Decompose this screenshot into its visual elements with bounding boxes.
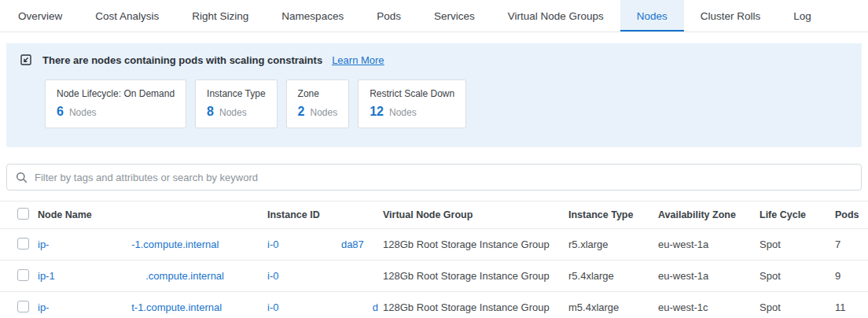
tab-nodes[interactable]: Nodes [620,0,684,31]
header-pods: Pods [835,209,868,220]
node-name-link[interactable]: ip- -1.compute.internal [38,238,267,250]
instance-id-link[interactable]: i-0 [267,270,383,282]
card-node-lifecycle[interactable]: Node Lifecycle: On Demand 6 Nodes [45,80,186,128]
instance-id-link[interactable]: i-0 d [267,301,383,313]
node-name-link[interactable]: ip-1 .compute.internal [38,270,267,282]
table-header-row: Node Name Instance ID Virtual Node Group… [0,201,868,229]
row-checkbox[interactable] [17,301,29,312]
life-cycle-cell: Spot [760,238,835,250]
learn-more-link[interactable]: Learn More [332,54,384,66]
pods-cell: 11 [835,301,868,313]
card-unit: Nodes [69,107,97,118]
card-zone[interactable]: Zone 2 Nodes [286,80,350,128]
table-row: ip-1 .compute.internal i-0 128Gb Root St… [0,261,868,292]
card-title: Zone [298,88,338,99]
card-title: Restrict Scale Down [370,88,454,99]
constraint-cards: Node Lifecycle: On Demand 6 Nodes Instan… [45,80,849,128]
card-title: Instance Type [207,88,266,99]
card-value: 6 [57,105,64,119]
alert-message: There are nodes containing pods with sca… [42,54,322,66]
header-virtual-node-group: Virtual Node Group [383,209,568,220]
table-row: ip- t-1.compute.internal i-0 d 128Gb Roo… [0,292,868,318]
header-availability-zone: Availability Zone [658,209,760,220]
filter-bar [6,164,862,190]
search-input[interactable] [35,172,852,183]
tab-cost-analysis[interactable]: Cost Analysis [79,0,175,31]
row-checkbox[interactable] [17,269,29,281]
vng-cell: 128Gb Root Storage Instance Group [383,301,568,313]
header-life-cycle: Life Cycle [760,209,835,220]
card-title: Node Lifecycle: On Demand [57,88,175,99]
table-row: ip- -1.compute.internal i-0 da87 128Gb R… [0,229,868,261]
card-unit: Nodes [389,107,417,118]
card-value: 12 [370,105,384,119]
availability-zone-cell: eu-west-1a [658,238,760,250]
availability-zone-cell: eu-west-1a [658,270,760,282]
life-cycle-cell: Spot [760,301,835,313]
cluster-tab-bar: Overview Cost Analysis Right Sizing Name… [0,0,868,32]
header-instance-id: Instance ID [267,209,383,220]
alert-line: There are nodes containing pods with sca… [19,53,849,67]
tab-right-sizing[interactable]: Right Sizing [175,0,265,31]
card-instance-type[interactable]: Instance Type 8 Nodes [195,80,278,128]
life-cycle-cell: Spot [760,270,835,282]
tab-virtual-node-groups[interactable]: Virtual Node Groups [491,0,620,31]
tab-cluster-rolls[interactable]: Cluster Rolls [684,0,778,31]
instance-type-cell: m5.4xlarge [568,301,658,313]
availability-zone-cell: eu-west-1c [658,301,760,313]
scaling-constraints-panel: There are nodes containing pods with sca… [6,43,862,147]
select-all-checkbox[interactable] [17,208,29,220]
scaling-constraint-icon [19,53,33,67]
card-value: 8 [207,105,214,119]
card-restrict-scale-down[interactable]: Restrict Scale Down 12 Nodes [358,80,466,128]
card-value: 2 [298,105,305,119]
tab-services[interactable]: Services [417,0,491,31]
instance-type-cell: r5.xlarge [568,238,658,250]
card-unit: Nodes [310,107,337,118]
pods-cell: 9 [835,270,868,282]
vng-cell: 128Gb Root Storage Instance Group [383,270,568,282]
nodes-table: Node Name Instance ID Virtual Node Group… [0,201,868,318]
tab-log[interactable]: Log [777,0,828,31]
search-icon [16,172,28,183]
instance-type-cell: r5.4xlarge [568,270,658,282]
row-checkbox[interactable] [17,238,29,250]
card-unit: Nodes [219,107,247,118]
tab-overview[interactable]: Overview [2,0,79,31]
header-node-name: Node Name [38,209,267,220]
node-name-link[interactable]: ip- t-1.compute.internal [38,301,267,313]
tab-namespaces[interactable]: Namespaces [265,0,360,31]
pods-cell: 7 [835,238,868,250]
vng-cell: 128Gb Root Storage Instance Group [383,238,568,250]
header-instance-type: Instance Type [568,209,658,220]
instance-id-link[interactable]: i-0 da87 [267,238,383,250]
tab-pods[interactable]: Pods [360,0,417,31]
